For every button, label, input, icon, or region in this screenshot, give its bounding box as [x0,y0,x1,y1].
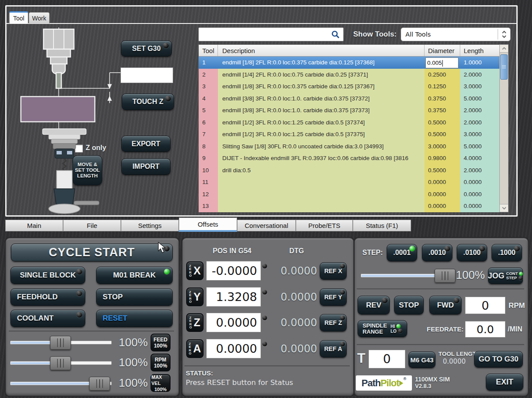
nav-tab-status[interactable]: Status (F1) [353,220,411,231]
ref-x-button[interactable]: REF X [320,262,347,280]
table-cell[interactable]: 2.0000 [460,164,499,177]
table-row[interactable]: 110.00000.0000 [199,176,499,188]
table-cell[interactable]: endmill [1/8] 2FL R:0.0 loc:0.375 carbid… [218,57,425,69]
import-button[interactable]: IMPORT [121,158,171,175]
table-cell[interactable]: 9 [199,152,218,164]
table-cell[interactable]: endmill [1/2] 3FL R:0.0 loc:1.25 carbide… [218,128,425,140]
nav-tab-conversational[interactable]: Conversational [237,220,296,231]
table-cell[interactable]: 13 [199,200,218,212]
table-cell[interactable]: endmill [3/8] 3FL R:0.0 loc:1.0. carbide… [218,104,425,117]
table-row[interactable]: 8Slitting Saw [1/8] 30FL R:0.0 uncoated … [199,140,499,153]
nav-tab-file[interactable]: File [63,220,121,231]
table-cell[interactable] [218,176,425,188]
table-cell[interactable]: 0.5000 [425,164,460,177]
stop-button[interactable]: STOP [96,288,173,306]
rpm-entry[interactable]: 0 [465,297,505,314]
table-cell[interactable]: 11 [199,176,218,188]
table-cell[interactable]: 3 [199,80,218,93]
ref-a-button[interactable]: REF A [320,340,347,358]
table-cell[interactable]: 4 [199,93,218,105]
header-length[interactable]: Length [460,45,499,56]
tab-work[interactable]: Work [29,12,50,23]
step-0010-button[interactable]: .0010 [422,244,452,261]
nav-tab-probe-ets[interactable]: Probe/ETS [296,220,353,231]
nav-tab-settings[interactable]: Settings [121,220,179,231]
table-cell[interactable]: 7 [199,128,218,140]
table-cell[interactable]: 10 [199,164,218,177]
scrollbar-thumb[interactable] [500,54,508,80]
dro-a-entry[interactable]: 0.0000 [206,339,261,358]
step-0100-button[interactable]: .0100 [457,244,487,261]
coolant-button[interactable]: COOLANT [10,310,85,327]
g30-entry-field[interactable] [120,67,173,83]
spindle-range-button[interactable]: SPINDLE RANGE HI LO [358,320,407,337]
table-cell[interactable]: 0.0000 [425,176,460,188]
touch-z-button[interactable]: TOUCH Z [122,94,174,110]
go-to-g30-button[interactable]: GO TO G30 [474,351,523,368]
table-cell[interactable]: DIJET - Indexable endmill 3FL R:0.3937 l… [218,152,425,164]
zero-x-button[interactable]: ZERO X [186,261,204,280]
table-cell[interactable]: 2.0000 [460,117,499,129]
zero-y-button[interactable]: ZERO Y [186,288,204,306]
table-row[interactable]: 6endmill [1/2] 3FL R:0.0 loc:1.25 carbid… [199,117,499,129]
table-row[interactable]: 10drill dia:0.50.50002.0000 [199,164,499,177]
table-cell[interactable]: 0.1250 [425,80,460,93]
m6-g43-button[interactable]: M6 G43 [408,351,435,368]
table-cell[interactable]: 2 [199,69,218,81]
single-block-button[interactable]: SINGLE BLOCK [10,267,85,284]
table-cell[interactable]: endmill [1/4] 2FL R:0.0 loc:0.75 carbide… [218,69,425,81]
reset-button[interactable]: RESET [96,310,173,327]
jog-speed-thumb[interactable] [435,269,455,283]
table-cell[interactable]: 5.0000 [460,93,499,105]
set-g30-button[interactable]: SET G30 [121,40,172,57]
table-cell[interactable]: drill dia:0.5 [218,164,425,177]
table-row[interactable]: 130.00000.0000 [199,200,499,212]
tool-table-scrollbar[interactable] [499,44,509,212]
table-row[interactable]: 5endmill [3/8] 3FL R:0.0 loc:1.0. carbid… [199,104,499,117]
table-cell[interactable]: 0.0000 [425,188,460,201]
header-tool[interactable]: Tool [199,45,218,56]
table-cell[interactable]: 0.0000 [460,188,499,201]
dro-z-entry[interactable]: 0.0000 [206,313,261,332]
maxvel-override-thumb[interactable] [89,377,110,391]
table-cell[interactable]: endmill [1/8] 3FL R:0.0 loc:0.375 carbid… [218,80,425,93]
m01-break-button[interactable]: M01 BREAK [96,267,173,284]
table-cell[interactable]: 0.5000 [425,128,460,140]
spindle-stop-button[interactable]: STOP [394,296,424,314]
table-cell[interactable]: 3.0000 [425,140,460,153]
table-cell[interactable]: 0.5000 [425,117,460,129]
jog-cont-step-button[interactable]: JOG CONT STEP [488,268,523,284]
scrollbar-down-arrow[interactable] [500,204,508,212]
dropdown-spinner-icon[interactable] [498,30,510,39]
show-tools-dropdown[interactable]: All Tools [401,27,511,41]
table-cell[interactable]: 2.0000 [460,69,499,81]
table-cell[interactable]: 2.0000 [460,104,499,117]
dro-x-entry[interactable]: -0.0000 [206,261,261,281]
rpm-override-thumb[interactable] [50,356,71,370]
table-cell[interactable]: 0.0000 [425,200,460,212]
export-button[interactable]: EXPORT [121,136,171,152]
maxvel-100-button[interactable]: MAX VEL 100% [151,374,171,392]
table-cell[interactable]: 0.3750 [425,104,460,117]
spindle-fwd-button[interactable]: FWD [429,296,462,314]
feed-override-thumb[interactable] [50,336,71,350]
table-cell[interactable]: 1.0000 [460,57,499,69]
table-cell[interactable]: 8 [199,140,218,153]
table-row[interactable]: 7endmill [1/2] 3FL R:0.0 loc:1.25 carbid… [199,128,499,140]
exit-button[interactable]: EXIT [486,374,523,391]
feed-100-button[interactable]: FEED 100% [151,334,171,351]
cycle-start-button[interactable]: CYCLE START [11,244,173,261]
ref-y-button[interactable]: REF Y [320,288,347,306]
scrollbar-up-arrow[interactable] [500,45,508,53]
table-row[interactable]: 4endmill [3/8] 3FL R:0.0 loc:1.0. carbid… [199,93,499,105]
table-cell[interactable]: 1 [199,57,218,69]
rpm-100-button[interactable]: RPM 100% [151,354,171,371]
header-diameter[interactable]: Diameter [425,45,460,56]
table-cell[interactable]: 3.0000 [460,128,499,140]
table-cell[interactable]: 6 [199,117,218,129]
table-cell[interactable] [218,200,425,212]
table-row[interactable]: 1endmill [1/8] 2FL R:0.0 loc:0.375 carbi… [199,57,499,69]
tool-search-input[interactable] [198,27,344,41]
table-cell[interactable]: 0.005 [425,57,460,69]
diameter-edit-field[interactable]: 0.005 [425,57,458,68]
